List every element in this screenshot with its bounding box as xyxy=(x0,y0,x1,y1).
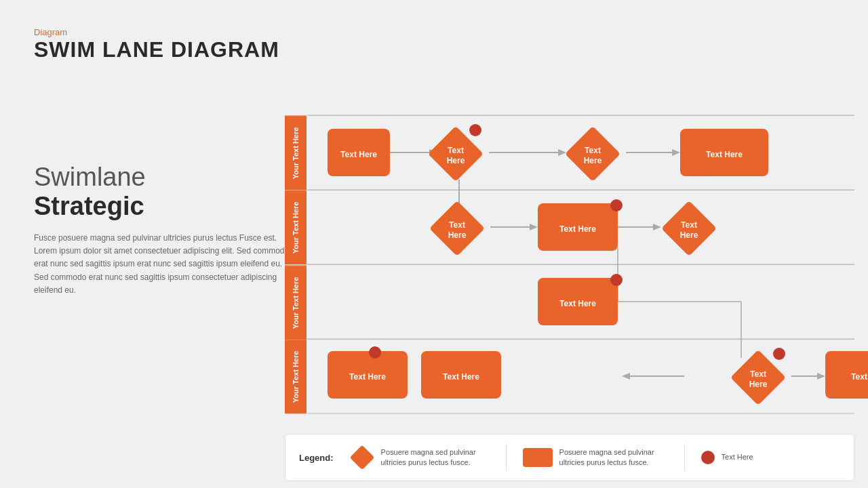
svg-marker-20 xyxy=(622,373,630,380)
swimlane-subtitle: Strategic xyxy=(34,192,292,221)
svg-marker-14 xyxy=(530,224,538,230)
header-label: Diagram xyxy=(34,27,279,37)
svg-text:Here: Here xyxy=(448,230,467,240)
header-title: SWIM LANE DIAGRAM xyxy=(34,37,279,62)
svg-point-49 xyxy=(369,346,381,359)
svg-text:Text: Text xyxy=(585,146,601,155)
lane-label-3: Your Text Here xyxy=(285,265,307,340)
legend-title: Legend: xyxy=(299,453,334,463)
legend-diamond-icon xyxy=(349,445,374,470)
legend: Legend: Posuere magna sed pulvinar ultri… xyxy=(285,434,854,481)
legend-item-3-text: Text Here xyxy=(722,452,753,462)
svg-text:Text: Text xyxy=(750,369,766,379)
svg-text:Text: Text xyxy=(448,146,464,155)
legend-item-1: Posuere magna sed pulvinar ultricies pur… xyxy=(350,445,490,470)
left-panel: Swimlane Strategic Fusce posuere magna s… xyxy=(34,163,292,297)
svg-text:Here: Here xyxy=(584,156,602,165)
page: Diagram SWIM LANE DIAGRAM Swimlane Strat… xyxy=(0,0,868,488)
svg-point-29 xyxy=(469,124,481,136)
legend-dot-icon xyxy=(701,451,715,464)
svg-text:Text: Text xyxy=(681,220,697,230)
swimlane-body-text: Fusce posuere magna sed pulvinar ultrici… xyxy=(34,232,292,297)
legend-divider-1 xyxy=(506,444,507,471)
svg-text:Text Here: Text Here xyxy=(340,150,377,159)
svg-marker-23 xyxy=(817,373,825,380)
svg-text:Text Here: Text Here xyxy=(443,372,479,382)
svg-marker-10 xyxy=(672,149,680,156)
svg-text:Text Here: Text Here xyxy=(851,372,868,382)
svg-text:Text Here: Text Here xyxy=(706,150,743,159)
lane-labels: Your Text Here Your Text Here Your Text … xyxy=(285,115,307,413)
svg-text:Text: Text xyxy=(449,220,465,230)
svg-point-55 xyxy=(773,348,785,360)
lane-label-1: Your Text Here xyxy=(285,115,307,190)
svg-text:Here: Here xyxy=(680,230,698,240)
swimlane-title: Swimlane xyxy=(34,163,292,192)
legend-item-3: Text Here xyxy=(701,451,753,464)
svg-marker-8 xyxy=(558,149,566,156)
svg-text:Text Here: Text Here xyxy=(559,299,596,308)
svg-text:Text Here: Text Here xyxy=(559,224,596,234)
svg-marker-16 xyxy=(653,224,661,230)
legend-item-1-text: Posuere magna sed pulvinar ultricies pur… xyxy=(381,447,490,468)
legend-rect-icon xyxy=(523,448,553,467)
svg-text:Here: Here xyxy=(749,380,768,389)
lane-label-2: Your Text Here xyxy=(285,190,307,264)
svg-text:Text Here: Text Here xyxy=(349,372,386,382)
legend-item-2: Posuere magna sed pulvinar ultricies pur… xyxy=(523,447,668,468)
lane-label-4: Your Text Here xyxy=(285,340,307,413)
svg-point-40 xyxy=(610,199,623,211)
legend-item-2-text: Posuere magna sed pulvinar ultricies pur… xyxy=(559,447,668,468)
svg-text:Here: Here xyxy=(447,156,465,165)
diagram-svg: Text Here Text Here Text Here Text Here xyxy=(307,115,854,413)
legend-divider-2 xyxy=(684,444,685,471)
header: Diagram SWIM LANE DIAGRAM xyxy=(34,27,279,62)
svg-point-46 xyxy=(610,274,623,286)
diagram-area: Your Text Here Your Text Here Your Text … xyxy=(285,115,854,427)
